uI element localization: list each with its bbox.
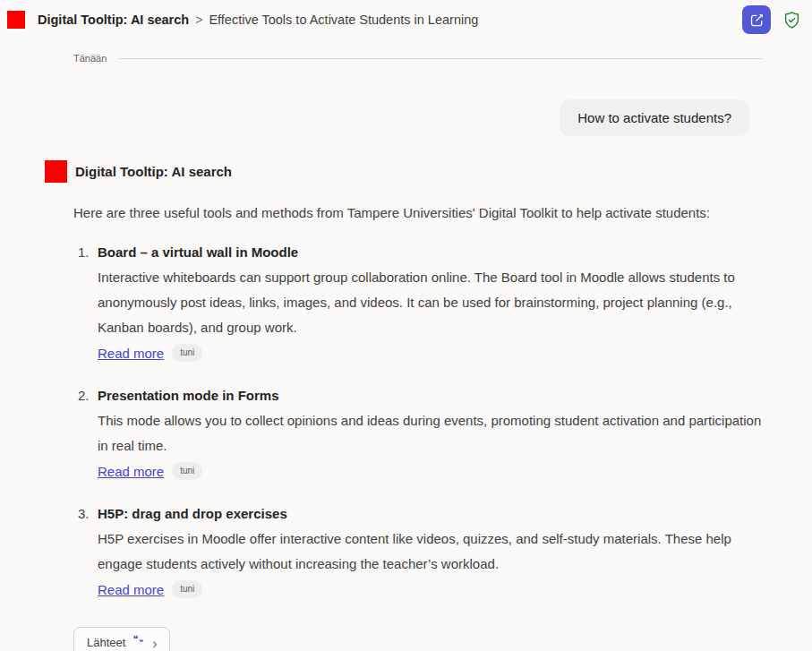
breadcrumb-separator: > xyxy=(195,13,202,27)
tool-description: This mode allows you to collect opinions… xyxy=(98,408,763,458)
tool-title: Presentation mode in Forms xyxy=(98,383,763,408)
list-item: 2. Presentation mode in Forms This mode … xyxy=(73,383,763,482)
list-item-number: 3. xyxy=(73,501,98,600)
sources-button-label: Lähteet xyxy=(87,636,125,649)
date-divider: Tänään xyxy=(73,51,762,65)
assistant-header: Digital Tooltip: AI search xyxy=(45,160,812,183)
source-badge[interactable]: tuni xyxy=(172,580,202,598)
tool-list: 1. Board – a virtual wall in Moodle Inte… xyxy=(73,240,763,600)
breadcrumb-conversation-title: Effective Tools to Activate Students in … xyxy=(209,13,478,27)
breadcrumb: Digital Tooltip: AI search > Effective T… xyxy=(38,13,742,27)
compose-icon xyxy=(749,13,765,28)
conversation-header: Digital Tooltip: AI search > Effective T… xyxy=(0,0,812,39)
source-badge[interactable]: tuni xyxy=(172,344,202,362)
list-item: 1. Board – a virtual wall in Moodle Inte… xyxy=(73,240,763,364)
user-message-bubble: How to activate students? xyxy=(560,99,749,136)
new-chat-button[interactable] xyxy=(742,5,771,34)
citation-icon: ❝ ❞ xyxy=(132,637,145,649)
sources-button[interactable]: Lähteet ❝ ❞ › xyxy=(73,627,170,651)
date-divider-line xyxy=(119,58,762,59)
chevron-right-icon: › xyxy=(152,635,157,650)
app-logo xyxy=(7,11,25,29)
assistant-intro-text: Here are three useful tools and methods … xyxy=(73,201,763,226)
breadcrumb-app-title[interactable]: Digital Tooltip: AI search xyxy=(38,13,189,27)
header-actions xyxy=(742,5,801,34)
tool-description: Interactive whiteboards can support grou… xyxy=(98,265,763,340)
tool-title: H5P: drag and drop exercises xyxy=(98,501,763,527)
assistant-name: Digital Tooltip: AI search xyxy=(75,164,232,179)
date-divider-label: Tänään xyxy=(73,53,107,64)
shield-check-icon xyxy=(782,11,801,30)
list-item-number: 2. xyxy=(73,383,98,482)
source-badge[interactable]: tuni xyxy=(172,462,202,480)
list-item-number: 1. xyxy=(73,240,98,364)
user-message-row: How to activate students? xyxy=(0,99,749,136)
read-more-link[interactable]: Read more xyxy=(98,346,164,361)
sources-row: Lähteet ❝ ❞ › xyxy=(73,627,812,651)
assistant-message: Here are three useful tools and methods … xyxy=(73,201,763,600)
privacy-shield-button[interactable] xyxy=(782,11,801,30)
tool-description: H5P exercises in Moodle offer interactiv… xyxy=(98,527,763,577)
read-more-link[interactable]: Read more xyxy=(98,464,164,479)
read-more-link[interactable]: Read more xyxy=(98,582,164,597)
assistant-avatar xyxy=(45,160,67,183)
tool-title: Board – a virtual wall in Moodle xyxy=(98,240,763,265)
list-item: 3. H5P: drag and drop exercises H5P exer… xyxy=(73,501,763,600)
